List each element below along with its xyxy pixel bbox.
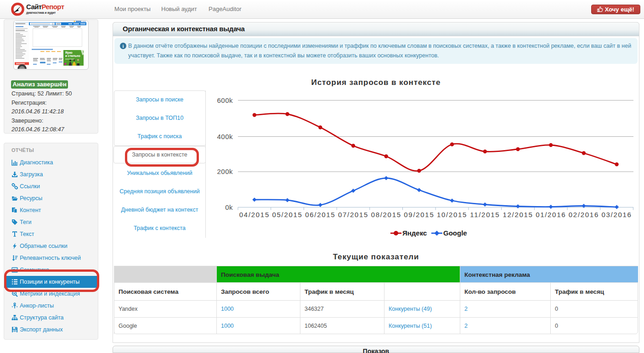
svg-text:200k: 200k: [217, 168, 233, 175]
svg-text:0k: 0k: [225, 203, 233, 211]
svg-text:06/2015: 06/2015: [305, 211, 335, 219]
svg-text:07/2015: 07/2015: [338, 211, 368, 219]
svg-text:09/2015: 09/2015: [404, 211, 434, 219]
svg-text:Яндекс: Яндекс: [402, 229, 427, 237]
svg-text:01/2016: 01/2016: [536, 211, 566, 219]
svg-text:04/2015: 04/2015: [239, 211, 270, 219]
svg-text:400k: 400k: [217, 133, 233, 140]
svg-text:10/2015: 10/2015: [437, 211, 467, 219]
svg-text:12/2015: 12/2015: [503, 211, 533, 219]
svg-text:08/2015: 08/2015: [371, 211, 401, 219]
svg-text:11/2015: 11/2015: [470, 211, 500, 219]
svg-text:02/2016: 02/2016: [569, 211, 599, 219]
svg-text:Google: Google: [443, 229, 467, 237]
svg-text:03/2016: 03/2016: [602, 211, 632, 219]
svg-text:05/2015: 05/2015: [272, 211, 303, 219]
svg-text:600k: 600k: [217, 96, 233, 104]
